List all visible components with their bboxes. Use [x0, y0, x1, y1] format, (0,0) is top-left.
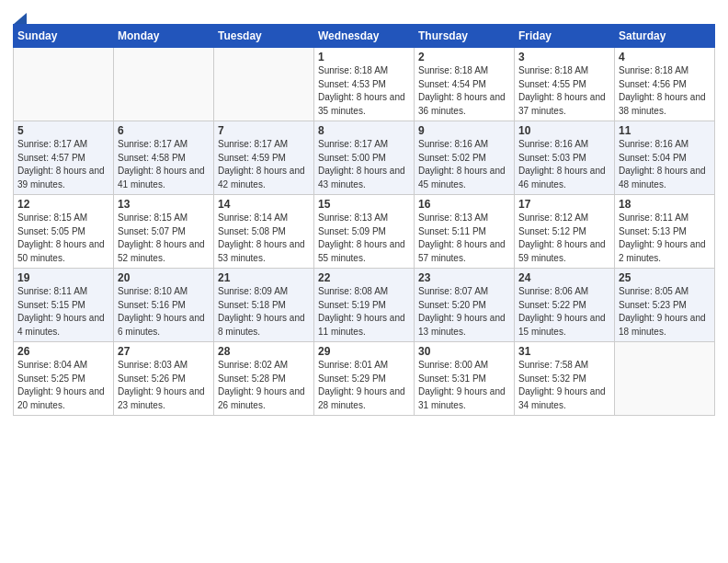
- logo: [13, 9, 27, 18]
- day-info: Sunrise: 8:11 AM Sunset: 5:13 PM Dayligh…: [619, 212, 711, 265]
- day-info: Sunrise: 7:58 AM Sunset: 5:32 PM Dayligh…: [518, 359, 610, 412]
- weekday-header-row: SundayMondayTuesdayWednesdayThursdayFrid…: [14, 25, 715, 48]
- day-info: Sunrise: 8:18 AM Sunset: 4:53 PM Dayligh…: [318, 64, 410, 118]
- weekday-header-monday: Monday: [114, 25, 214, 48]
- weekday-header-friday: Friday: [515, 25, 615, 48]
- day-cell-19: 19Sunrise: 8:11 AM Sunset: 5:15 PM Dayli…: [14, 269, 114, 342]
- day-cell-3: 3Sunrise: 8:18 AM Sunset: 4:55 PM Daylig…: [515, 48, 615, 121]
- day-cell-29: 29Sunrise: 8:01 AM Sunset: 5:29 PM Dayli…: [314, 342, 415, 416]
- day-info: Sunrise: 8:00 AM Sunset: 5:31 PM Dayligh…: [418, 359, 510, 412]
- day-cell-15: 15Sunrise: 8:13 AM Sunset: 5:09 PM Dayli…: [314, 195, 415, 269]
- day-number: 11: [619, 124, 711, 137]
- day-number: 21: [218, 271, 310, 284]
- day-cell-6: 6Sunrise: 8:17 AM Sunset: 4:58 PM Daylig…: [114, 121, 214, 195]
- day-cell-28: 28Sunrise: 8:02 AM Sunset: 5:28 PM Dayli…: [214, 342, 314, 416]
- logo-triangle-icon: [14, 13, 27, 24]
- day-info: Sunrise: 8:15 AM Sunset: 5:05 PM Dayligh…: [17, 212, 109, 265]
- day-cell-22: 22Sunrise: 8:08 AM Sunset: 5:19 PM Dayli…: [314, 269, 415, 342]
- day-info: Sunrise: 8:02 AM Sunset: 5:28 PM Dayligh…: [218, 359, 310, 412]
- day-info: Sunrise: 8:01 AM Sunset: 5:29 PM Dayligh…: [318, 359, 410, 412]
- day-info: Sunrise: 8:04 AM Sunset: 5:25 PM Dayligh…: [17, 359, 109, 412]
- day-number: 7: [218, 124, 310, 137]
- calendar-table: SundayMondayTuesdayWednesdayThursdayFrid…: [13, 24, 715, 416]
- day-cell-9: 9Sunrise: 8:16 AM Sunset: 5:02 PM Daylig…: [415, 121, 515, 195]
- weekday-header-wednesday: Wednesday: [314, 25, 415, 48]
- day-cell-27: 27Sunrise: 8:03 AM Sunset: 5:26 PM Dayli…: [114, 342, 214, 416]
- day-info: Sunrise: 8:09 AM Sunset: 5:18 PM Dayligh…: [218, 285, 310, 339]
- day-number: 20: [118, 271, 210, 284]
- day-number: 31: [518, 345, 610, 358]
- day-cell-12: 12Sunrise: 8:15 AM Sunset: 5:05 PM Dayli…: [14, 195, 114, 269]
- day-cell-7: 7Sunrise: 8:17 AM Sunset: 4:59 PM Daylig…: [214, 121, 314, 195]
- day-cell-14: 14Sunrise: 8:14 AM Sunset: 5:08 PM Dayli…: [214, 195, 314, 269]
- day-number: 28: [218, 345, 310, 358]
- day-info: Sunrise: 8:16 AM Sunset: 5:02 PM Dayligh…: [418, 138, 510, 191]
- day-number: 4: [619, 51, 711, 63]
- day-info: Sunrise: 8:03 AM Sunset: 5:26 PM Dayligh…: [118, 359, 210, 412]
- empty-cell: [114, 48, 214, 121]
- weekday-header-saturday: Saturday: [615, 25, 715, 48]
- day-cell-20: 20Sunrise: 8:10 AM Sunset: 5:16 PM Dayli…: [114, 269, 214, 342]
- day-cell-17: 17Sunrise: 8:12 AM Sunset: 5:12 PM Dayli…: [515, 195, 615, 269]
- day-cell-8: 8Sunrise: 8:17 AM Sunset: 5:00 PM Daylig…: [314, 121, 415, 195]
- svg-marker-0: [14, 13, 27, 24]
- day-number: 13: [118, 198, 210, 211]
- day-cell-30: 30Sunrise: 8:00 AM Sunset: 5:31 PM Dayli…: [415, 342, 515, 416]
- weekday-header-tuesday: Tuesday: [214, 25, 314, 48]
- day-info: Sunrise: 8:12 AM Sunset: 5:12 PM Dayligh…: [518, 212, 610, 265]
- day-cell-21: 21Sunrise: 8:09 AM Sunset: 5:18 PM Dayli…: [214, 269, 314, 342]
- day-number: 16: [418, 198, 510, 211]
- day-number: 10: [518, 124, 610, 137]
- day-cell-5: 5Sunrise: 8:17 AM Sunset: 4:57 PM Daylig…: [14, 121, 114, 195]
- day-number: 15: [318, 198, 410, 211]
- day-info: Sunrise: 8:18 AM Sunset: 4:54 PM Dayligh…: [418, 64, 510, 118]
- day-cell-4: 4Sunrise: 8:18 AM Sunset: 4:56 PM Daylig…: [615, 48, 715, 121]
- day-info: Sunrise: 8:16 AM Sunset: 5:04 PM Dayligh…: [619, 138, 711, 191]
- week-row-4: 19Sunrise: 8:11 AM Sunset: 5:15 PM Dayli…: [14, 269, 715, 342]
- day-number: 23: [418, 271, 510, 284]
- day-cell-1: 1Sunrise: 8:18 AM Sunset: 4:53 PM Daylig…: [314, 48, 415, 121]
- day-number: 1: [318, 51, 410, 63]
- day-cell-11: 11Sunrise: 8:16 AM Sunset: 5:04 PM Dayli…: [615, 121, 715, 195]
- day-number: 8: [318, 124, 410, 137]
- week-row-2: 5Sunrise: 8:17 AM Sunset: 4:57 PM Daylig…: [14, 121, 715, 195]
- day-number: 19: [17, 271, 109, 284]
- day-info: Sunrise: 8:15 AM Sunset: 5:07 PM Dayligh…: [118, 212, 210, 265]
- day-number: 5: [17, 124, 109, 137]
- day-cell-13: 13Sunrise: 8:15 AM Sunset: 5:07 PM Dayli…: [114, 195, 214, 269]
- day-number: 25: [619, 271, 711, 284]
- week-row-1: 1Sunrise: 8:18 AM Sunset: 4:53 PM Daylig…: [14, 48, 715, 121]
- weekday-header-sunday: Sunday: [14, 25, 114, 48]
- day-info: Sunrise: 8:10 AM Sunset: 5:16 PM Dayligh…: [118, 285, 210, 339]
- day-number: 29: [318, 345, 410, 358]
- day-number: 6: [118, 124, 210, 137]
- day-info: Sunrise: 8:17 AM Sunset: 4:57 PM Dayligh…: [17, 138, 109, 191]
- empty-cell: [14, 48, 114, 121]
- day-info: Sunrise: 8:17 AM Sunset: 4:58 PM Dayligh…: [118, 138, 210, 191]
- day-number: 14: [218, 198, 310, 211]
- day-number: 2: [418, 51, 510, 63]
- empty-cell: [615, 342, 715, 416]
- week-row-5: 26Sunrise: 8:04 AM Sunset: 5:25 PM Dayli…: [14, 342, 715, 416]
- day-cell-18: 18Sunrise: 8:11 AM Sunset: 5:13 PM Dayli…: [615, 195, 715, 269]
- day-cell-26: 26Sunrise: 8:04 AM Sunset: 5:25 PM Dayli…: [14, 342, 114, 416]
- day-cell-10: 10Sunrise: 8:16 AM Sunset: 5:03 PM Dayli…: [515, 121, 615, 195]
- day-number: 3: [518, 51, 610, 63]
- day-cell-16: 16Sunrise: 8:13 AM Sunset: 5:11 PM Dayli…: [415, 195, 515, 269]
- day-cell-31: 31Sunrise: 7:58 AM Sunset: 5:32 PM Dayli…: [515, 342, 615, 416]
- day-number: 17: [518, 198, 610, 211]
- day-number: 18: [619, 198, 711, 211]
- day-cell-23: 23Sunrise: 8:07 AM Sunset: 5:20 PM Dayli…: [415, 269, 515, 342]
- day-number: 30: [418, 345, 510, 358]
- day-info: Sunrise: 8:16 AM Sunset: 5:03 PM Dayligh…: [518, 138, 610, 191]
- page-header: [13, 9, 715, 18]
- day-info: Sunrise: 8:18 AM Sunset: 4:55 PM Dayligh…: [518, 64, 610, 118]
- day-info: Sunrise: 8:17 AM Sunset: 4:59 PM Dayligh…: [218, 138, 310, 191]
- day-cell-25: 25Sunrise: 8:05 AM Sunset: 5:23 PM Dayli…: [615, 269, 715, 342]
- weekday-header-thursday: Thursday: [415, 25, 515, 48]
- day-number: 26: [17, 345, 109, 358]
- day-info: Sunrise: 8:08 AM Sunset: 5:19 PM Dayligh…: [318, 285, 410, 339]
- calendar-page: SundayMondayTuesdayWednesdayThursdayFrid…: [0, 0, 728, 563]
- day-cell-2: 2Sunrise: 8:18 AM Sunset: 4:54 PM Daylig…: [415, 48, 515, 121]
- day-info: Sunrise: 8:06 AM Sunset: 5:22 PM Dayligh…: [518, 285, 610, 339]
